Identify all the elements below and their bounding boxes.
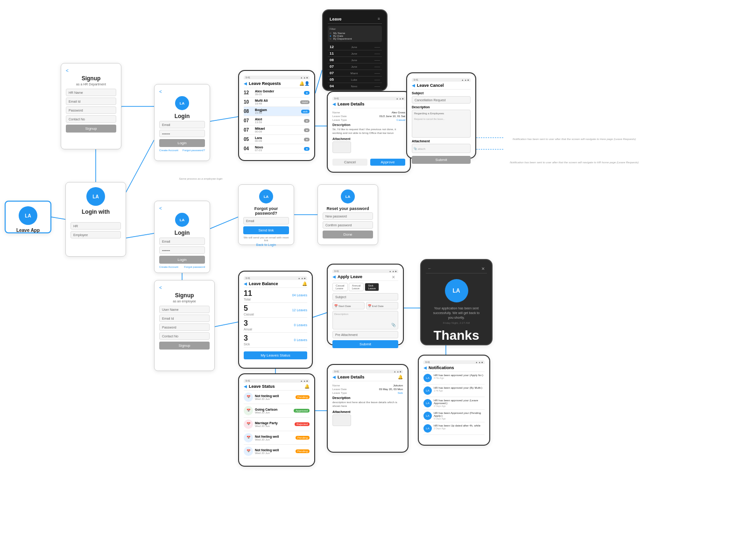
leave-requests-card: 9:41▲ ▲ ■ ◀ Leave Requests 🔔 👤 12 Alex G… — [238, 70, 315, 161]
leave-balance-back[interactable]: ◀ — [244, 281, 247, 286]
status-item[interactable]: 📅 Going CarlsonWed 20 Jun Approved — [244, 404, 310, 418]
cancel-attachment[interactable]: 📎 attach — [412, 144, 471, 153]
submit-cancel-button[interactable]: Submit — [412, 156, 471, 164]
list-item[interactable]: 07 Aleri13:59 ● — [244, 116, 310, 126]
casual-tab[interactable]: CasualLeave — [332, 283, 348, 291]
back-arrow-login-hr[interactable]: < — [159, 89, 205, 94]
apply-subject[interactable]: Subject — [332, 293, 398, 301]
notif-item[interactable]: LA HR has been Up dated after 4h, while2… — [423, 422, 485, 435]
notif-item[interactable]: LA HR has been approved your (Apply for:… — [423, 372, 485, 385]
cancel-button[interactable]: Cancel — [332, 159, 367, 166]
leave-balance-card: 9:41▲ ▲ ■ ◀ Leave Balance 🔔 11Total 04 L… — [238, 271, 313, 369]
annual-tab[interactable]: AnnualLeave — [349, 283, 364, 291]
dark-list-item[interactable]: 07June—— — [328, 63, 382, 70]
list-item[interactable]: 05 Lara00:09 ● — [244, 135, 310, 144]
apply-leave-back[interactable]: ◀ — [332, 274, 336, 279]
bell-icon-2[interactable]: 🔔 — [302, 281, 307, 286]
status-bar: 9:41▲ ▲ ■ — [244, 76, 310, 79]
leave-cancel-back[interactable]: ◀ — [412, 83, 415, 88]
hr-name-field[interactable]: HR Name — [66, 89, 116, 96]
leave-req-back[interactable]: ◀ — [244, 81, 247, 86]
notifications-list: LA HR has been approved your (Apply for:… — [423, 372, 485, 435]
cancel-subject[interactable]: Cancellation Request — [412, 96, 471, 104]
status-bar-7: 9:41▲ ▲ ■ — [332, 370, 403, 373]
confirm-password-field[interactable]: Confirm password — [323, 221, 373, 229]
back-arrow-login-emp[interactable]: < — [159, 206, 205, 211]
list-item[interactable]: 12 Alex Gender39:05 ● — [244, 88, 310, 98]
login-hr-button[interactable]: Login — [159, 139, 205, 147]
email-id-field[interactable]: Email Id — [66, 98, 116, 105]
leave-details-back[interactable]: ◀ — [332, 102, 336, 106]
filter-by-dept[interactable]: By Department — [333, 37, 352, 40]
cancel-description[interactable]: Regarding a Employees Request to cancel … — [412, 110, 471, 138]
forgot-password-link-hr[interactable]: Forgot password? — [183, 149, 205, 152]
bell-icon-4[interactable]: 🔔 — [398, 375, 403, 379]
dark-list: 12June—— 11June—— 08June—— 07June—— 07Mi… — [328, 44, 382, 90]
signup-emp-title: Signup — [159, 292, 210, 299]
emp-details-back[interactable]: ◀ — [332, 375, 336, 379]
sick-tab[interactable]: SickLeave — [365, 283, 379, 291]
thanks-close[interactable]: ✕ — [481, 266, 485, 271]
description-field[interactable]: Description 📎 — [332, 311, 398, 329]
dark-list-item[interactable]: 07Miami—— — [328, 70, 382, 77]
leave-status-back[interactable]: ◀ — [244, 384, 247, 389]
login-emp-button[interactable]: Login — [159, 256, 205, 264]
notif-item[interactable]: LA HR has been Approved your (Pending Ap… — [423, 410, 485, 422]
back-arrow-signup-emp[interactable]: < — [159, 285, 210, 290]
login-hr-password[interactable]: ••••••• — [159, 130, 205, 137]
back-to-login-link[interactable]: Back to Login — [243, 243, 289, 246]
list-item[interactable]: 10 Mufti Ali19:48 Hold — [244, 98, 310, 107]
start-date[interactable]: 📅 Start Date — [332, 302, 365, 309]
my-leaves-status-button[interactable]: My Leaves Status — [244, 351, 307, 359]
dark-list-item[interactable]: 12June—— — [328, 44, 382, 50]
pre-attachment[interactable]: Pre Attachment — [332, 331, 398, 338]
new-password-field[interactable]: New password — [323, 212, 373, 220]
forgot-pw-title: Forgot your password? — [243, 206, 289, 216]
forgot-password-link-emp[interactable]: Forgot password — [184, 266, 205, 268]
create-account-link-emp[interactable]: Create Account — [159, 266, 178, 268]
end-date[interactable]: 📅 End Date — [366, 302, 398, 309]
done-button[interactable]: Done — [323, 231, 373, 238]
login-emp-password[interactable]: ••••••• — [159, 246, 205, 254]
send-link-button[interactable]: Send link — [243, 226, 289, 234]
dark-list-item[interactable]: 08June—— — [328, 57, 382, 63]
bell-icon[interactable]: 🔔 — [299, 81, 304, 86]
notif-back[interactable]: ◀ — [423, 365, 427, 370]
notifications-card: 9:41▲ ▲ ■ ◀ Notifications LA HR has been… — [418, 355, 490, 446]
notif-item[interactable]: LA HR has been approved your (Leave Appr… — [423, 397, 485, 410]
password-field[interactable]: Password — [66, 106, 116, 114]
hr-option[interactable]: HR — [70, 222, 121, 230]
create-account-link-hr[interactable]: Create Account — [159, 149, 178, 152]
signup-emp-button[interactable]: Signup — [159, 342, 210, 350]
emp-password-field[interactable]: Password — [159, 323, 210, 331]
status-item[interactable]: 📅 Not feeling wellWed 20 Jun Pending — [244, 391, 310, 404]
dark-list-item[interactable]: 11June—— — [328, 50, 382, 57]
description-label: Description — [332, 123, 405, 126]
leave-details-title: Leave Details — [338, 102, 365, 106]
status-item[interactable]: 📅 Not feeling wellWed 20 Jun Pending — [244, 445, 310, 458]
close-icon[interactable]: ✕ — [392, 275, 395, 280]
employee-option[interactable]: Employee — [70, 231, 121, 238]
status-item[interactable]: 📅 Not feeling wellWed 20 Jun Pending — [244, 431, 310, 445]
emp-contact-field[interactable]: Contact No — [159, 332, 210, 340]
user-name-field[interactable]: User Name — [159, 306, 210, 313]
list-item[interactable]: 07 Mikael00:09 ● — [244, 126, 310, 135]
login-hr-email[interactable]: Email — [159, 121, 205, 128]
dark-list-item[interactable]: 04Novo—— — [328, 83, 382, 90]
back-arrow-signup-hr[interactable]: < — [66, 68, 116, 73]
approve-button[interactable]: Approve — [370, 159, 405, 166]
status-item[interactable]: 📅 Marriage PartyWed 20 Jun Rejected — [244, 418, 310, 431]
list-item[interactable]: 08 Bogjam15:56 sick — [244, 107, 310, 116]
submit-apply-button[interactable]: Submit — [332, 340, 398, 348]
notif-item[interactable]: LA HR has been approved your (By Mufti:)… — [423, 385, 485, 397]
signup-hr-button[interactable]: Signup — [66, 125, 116, 133]
dark-list-item[interactable]: 05Luke—— — [328, 77, 382, 83]
notification-label-2: Notification has been sent to user after… — [509, 161, 640, 164]
bell-icon-3[interactable]: 🔔 — [304, 384, 310, 389]
user-icon[interactable]: 👤 — [304, 81, 310, 86]
emp-email-field[interactable]: Email Id — [159, 315, 210, 322]
list-item[interactable]: 04 Novo07:03 ● — [244, 144, 310, 154]
forgot-pw-email[interactable]: Email — [243, 217, 289, 224]
contact-no-field[interactable]: Contact No — [66, 115, 116, 123]
login-emp-email[interactable]: Email — [159, 238, 205, 245]
